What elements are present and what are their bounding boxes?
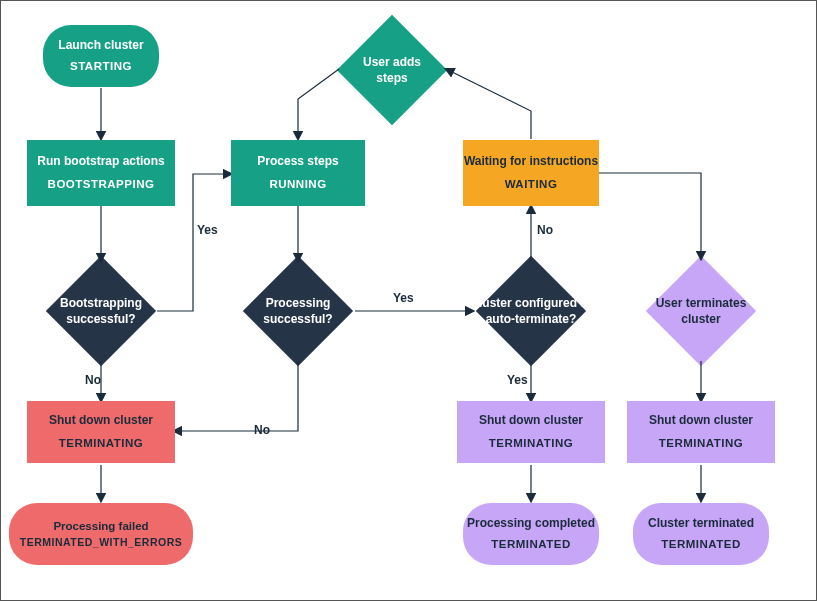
state-starting: Launch cluster STARTING (43, 25, 159, 87)
node-label: Launch cluster (58, 37, 143, 53)
node-status: BOOTSTRAPPING (48, 177, 155, 193)
node-label: User adds steps (348, 54, 436, 86)
state-running: Process steps RUNNING (231, 140, 365, 206)
node-status: TERMINATING (489, 436, 574, 452)
state-terminated-completed: Processing completed TERMINATED (463, 503, 599, 565)
state-terminated-user: Cluster terminated TERMINATED (633, 503, 769, 565)
node-label: Process steps (257, 153, 338, 169)
node-label: Bootstrapping successful? (42, 295, 160, 327)
node-status: TERMINATING (659, 436, 744, 452)
state-waiting: Waiting for instructions WAITING (463, 140, 599, 206)
node-label: Run bootstrap actions (37, 153, 164, 169)
node-label: Processing successful? (239, 295, 357, 327)
node-status: TERMINATED_WITH_ERRORS (20, 535, 182, 549)
edge-label-yes: Yes (507, 373, 528, 387)
node-status: TERMINATING (59, 436, 144, 452)
node-label: Processing failed (53, 519, 148, 535)
state-terminating-auto: Shut down cluster TERMINATING (457, 401, 605, 463)
node-label: Processing completed (467, 515, 595, 531)
node-status: WAITING (505, 177, 558, 193)
node-status: TERMINATED (661, 537, 741, 553)
node-status: RUNNING (269, 177, 326, 193)
state-terminating-error: Shut down cluster TERMINATING (27, 401, 175, 463)
node-label: User terminates cluster (637, 295, 765, 327)
edge-label-no: No (254, 423, 270, 437)
node-label: Cluster configured to auto-terminate? (462, 295, 600, 327)
state-bootstrapping: Run bootstrap actions BOOTSTRAPPING (27, 140, 175, 206)
edge-label-yes: Yes (393, 291, 414, 305)
state-terminating-user: Shut down cluster TERMINATING (627, 401, 775, 463)
decision-user-terminates: User terminates cluster (646, 256, 756, 366)
node-label: Cluster terminated (648, 515, 754, 531)
node-status: TERMINATED (491, 537, 571, 553)
edge-label-yes: Yes (197, 223, 218, 237)
node-label: Shut down cluster (479, 412, 583, 428)
decision-user-adds-steps: User adds steps (337, 15, 447, 125)
edge-label-no: No (85, 373, 101, 387)
decision-processing-successful: Processing successful? (243, 256, 353, 366)
node-status: STARTING (70, 59, 132, 75)
node-label: Shut down cluster (649, 412, 753, 428)
edge-label-no: No (537, 223, 553, 237)
node-label: Waiting for instructions (464, 153, 598, 169)
decision-bootstrapping-successful: Bootstrapping successful? (46, 256, 156, 366)
flowchart-canvas: Launch cluster STARTING Run bootstrap ac… (0, 0, 817, 601)
decision-auto-terminate: Cluster configured to auto-terminate? (476, 256, 586, 366)
node-label: Shut down cluster (49, 412, 153, 428)
state-terminated-error: Processing failed TERMINATED_WITH_ERRORS (9, 503, 193, 565)
